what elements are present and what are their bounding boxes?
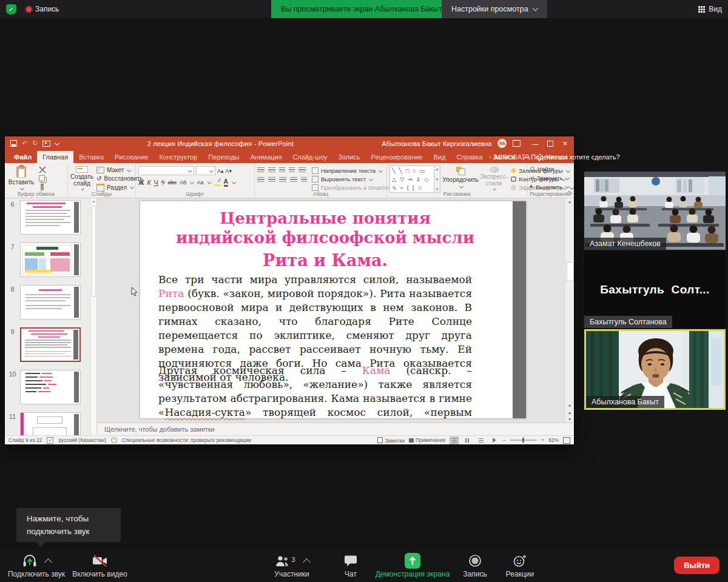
tab-review[interactable]: Рецензирование xyxy=(366,151,428,163)
new-slide-button[interactable]: Создать слайд xyxy=(70,166,93,190)
thumbnail-slide-11[interactable]: 11 xyxy=(5,412,96,435)
character-spacing-button[interactable]: АВ xyxy=(180,179,186,186)
numbering-icon[interactable] xyxy=(268,167,275,173)
scrollbar-thumb[interactable] xyxy=(567,262,574,281)
thumbnail-slide-6[interactable]: 6 xyxy=(5,200,96,235)
zoom-in-button[interactable]: + xyxy=(541,437,544,443)
tab-record[interactable]: Запись xyxy=(332,151,365,163)
find-button[interactable]: Найти xyxy=(530,166,571,173)
zoom-slider-thumb[interactable] xyxy=(522,438,524,443)
tab-insert[interactable]: Вставка xyxy=(73,151,109,163)
strikethrough-button[interactable]: S xyxy=(161,179,165,186)
participants-options-chevron[interactable] xyxy=(303,558,311,566)
security-shield-icon[interactable]: ✓ xyxy=(6,4,16,15)
spellcheck-icon[interactable]: ✓ xyxy=(47,437,53,444)
shapes-gallery[interactable]: ╲ ╲ □ ○ ▭ △ ▽ ⇒ ⇓ ◇ ∿ ≈ { } ☆ xyxy=(389,166,434,193)
scroll-down-icon[interactable]: ▼ xyxy=(568,404,572,408)
share-screen-button[interactable]: Демонстрация экрана xyxy=(369,554,456,578)
previous-slide-icon[interactable]: ▲ xyxy=(568,410,572,415)
slide-sorter-view-button[interactable] xyxy=(463,436,472,444)
slide-editor-area[interactable]: Центральные понятия индийской филсоофско… xyxy=(97,198,574,423)
bullets-icon[interactable] xyxy=(257,167,265,173)
tab-home[interactable]: Главная xyxy=(37,151,73,163)
thumbnail-slide-7[interactable]: 7 xyxy=(5,242,96,277)
next-slide-icon[interactable]: ▼ xyxy=(568,417,572,421)
underline-button[interactable]: Ч xyxy=(154,179,158,186)
participant-tile-abylkhanova-active-speaker[interactable]: Абылханова Бакыт xyxy=(584,329,726,410)
join-audio-button[interactable]: Подключить звук xyxy=(0,554,73,578)
current-slide[interactable]: Центральные понятия индийской филсоофско… xyxy=(140,201,526,418)
account-avatar[interactable]: АБ xyxy=(497,139,507,148)
chat-button[interactable]: Чат xyxy=(332,554,369,578)
highlight-color-icon[interactable] xyxy=(214,178,221,186)
increase-indent-icon[interactable] xyxy=(289,167,295,173)
tab-animations[interactable]: Анимация xyxy=(245,151,288,163)
accessibility-status[interactable]: Специальные возможности: проверьте реком… xyxy=(122,437,251,443)
ribbon-display-options-icon[interactable] xyxy=(513,140,521,147)
slideshow-view-button[interactable] xyxy=(490,436,499,444)
line-spacing-icon[interactable] xyxy=(298,167,306,173)
convert-smartart-button[interactable]: Преобразовать в SmartArt xyxy=(312,184,397,191)
align-text-button[interactable]: Выровнять текст xyxy=(312,176,397,182)
slide-title[interactable]: Центральные понятия индийской филсоофско… xyxy=(145,209,505,271)
undo-icon[interactable]: ↶ xyxy=(22,140,27,147)
align-right-icon[interactable] xyxy=(279,177,286,183)
slide-paragraph-kama[interactable]: Другая космическая сила – Кама (санскр. … xyxy=(158,364,472,423)
thumbnail-scrollbar[interactable]: ▲ xyxy=(90,198,96,435)
cut-icon[interactable] xyxy=(39,167,46,173)
participants-button[interactable]: 3 Участники xyxy=(258,554,326,578)
participant-tile-azamat[interactable]: Азамат Кенешбеков xyxy=(584,172,726,250)
grow-font-button[interactable]: А▴ xyxy=(217,168,224,174)
zoom-percentage[interactable]: 82% xyxy=(548,437,559,443)
reading-view-button[interactable] xyxy=(476,436,485,444)
thumbnail-slide-9-selected[interactable]: 9 xyxy=(5,327,96,362)
zoom-out-button[interactable]: − xyxy=(503,437,506,443)
tab-slideshow[interactable]: Слайд-шоу xyxy=(287,151,332,163)
editor-scrollbar[interactable]: ▲ ▼ ▲ ▼ xyxy=(565,198,574,423)
audio-options-chevron[interactable] xyxy=(44,558,52,566)
thumbnail-slide-10[interactable]: 10 xyxy=(5,370,96,404)
recordings-button[interactable]: • Записи xyxy=(490,153,516,161)
redo-icon[interactable]: ↻ xyxy=(32,140,38,147)
close-button[interactable]: × xyxy=(562,139,567,147)
save-icon[interactable] xyxy=(10,140,17,147)
font-color-button[interactable]: А xyxy=(224,178,229,187)
replace-button[interactable]: ⇄Заменить xyxy=(530,175,571,182)
italic-button[interactable]: К xyxy=(147,179,151,186)
columns-icon[interactable] xyxy=(301,177,307,183)
tab-file[interactable]: Файл xyxy=(8,151,37,163)
start-video-button[interactable]: Включить видео xyxy=(68,554,132,578)
notes-toggle[interactable]: Заметки xyxy=(377,437,405,444)
fit-slide-icon[interactable] xyxy=(563,437,570,444)
shapes-gallery-scroll[interactable]: ▲▼▼ xyxy=(434,166,440,193)
leave-meeting-button[interactable]: Выйти xyxy=(674,557,720,574)
tab-help[interactable]: Справка xyxy=(451,151,488,163)
font-size-combobox[interactable] xyxy=(196,166,215,175)
align-left-icon[interactable] xyxy=(257,177,265,183)
tab-design[interactable]: Конструктор xyxy=(153,151,203,163)
tab-transitions[interactable]: Переходы xyxy=(203,151,245,163)
change-case-button[interactable]: Аа xyxy=(197,179,203,186)
view-settings-button[interactable]: Настройки просмотра xyxy=(442,0,547,18)
font-name-combobox[interactable] xyxy=(138,166,194,175)
paste-button[interactable]: Вставить xyxy=(7,166,35,190)
tab-draw[interactable]: Рисование xyxy=(109,151,153,163)
justify-icon[interactable] xyxy=(290,177,297,183)
minimize-button[interactable]: — xyxy=(531,140,538,147)
reactions-button[interactable]: Реакции xyxy=(496,554,544,578)
select-button[interactable]: Выделить xyxy=(530,183,571,190)
thumbnail-slide-8[interactable]: 8 xyxy=(5,285,96,319)
restore-button[interactable] xyxy=(547,141,553,147)
notes-pane[interactable]: Щелкните, чтобы добавить заметки xyxy=(97,423,574,435)
quick-styles-button[interactable]: Экспресс-стили xyxy=(480,166,507,190)
share-button[interactable]: Поделиться xyxy=(524,153,568,161)
align-center-icon[interactable] xyxy=(268,177,275,183)
slideshow-icon[interactable] xyxy=(42,141,50,147)
format-painter-icon[interactable] xyxy=(41,184,44,190)
text-shadow-button[interactable]: abc xyxy=(168,179,177,186)
arrange-button[interactable]: Упорядочить xyxy=(444,166,477,190)
view-button[interactable]: Вид xyxy=(698,0,722,18)
copy-icon[interactable] xyxy=(39,175,45,181)
text-direction-button[interactable]: Направление текста xyxy=(312,167,397,174)
normal-view-button[interactable] xyxy=(450,436,459,444)
